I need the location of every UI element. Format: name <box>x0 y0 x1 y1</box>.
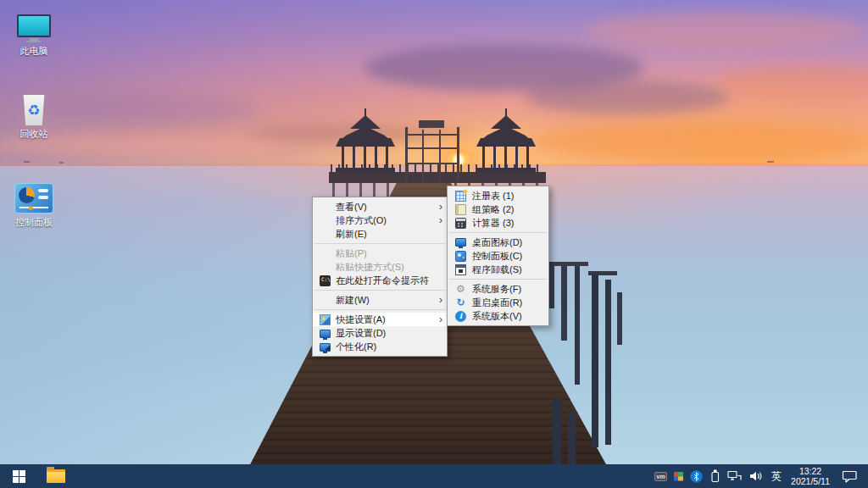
file-explorer-icon <box>47 469 65 483</box>
submenu-arrow-icon: › <box>435 313 447 325</box>
group-policy-icon <box>455 204 466 215</box>
menu-separator <box>314 243 445 244</box>
program-uninstall-icon <box>455 264 466 275</box>
control-panel-icon <box>6 178 62 214</box>
cloud <box>526 80 729 114</box>
vmware-tray-button[interactable]: vm <box>651 464 670 488</box>
desktop-icon-recycle-bin[interactable]: ♻ 回收站 <box>6 90 62 141</box>
quick-settings-icon <box>320 314 331 325</box>
menu-separator <box>449 279 547 280</box>
submenu-item-program-uninstall[interactable]: 程序卸载(S) <box>448 263 548 276</box>
start-button[interactable] <box>0 464 37 488</box>
personalization-icon <box>320 343 331 352</box>
network-tray-button[interactable] <box>724 464 746 488</box>
calculator-icon <box>455 218 466 229</box>
color-grid-tray-button[interactable] <box>670 464 687 488</box>
clock-date: 2021/5/11 <box>791 476 830 487</box>
no-icon <box>320 229 331 240</box>
screen: 此电脑 ♻ 回收站 控制面板 查看(V) › 排序方式(O) › 刷新(E) <box>0 0 868 488</box>
distant-boat <box>59 162 64 164</box>
distant-boat <box>24 161 30 163</box>
cloud <box>585 12 865 47</box>
submenu-item-registry[interactable]: 注册表 (1) <box>448 189 548 202</box>
cmd-icon <box>320 275 331 286</box>
menu-item-new[interactable]: 新建(W) › <box>313 293 447 307</box>
menu-item-paste-shortcut[interactable]: 粘贴快捷方式(S) <box>313 260 447 274</box>
desktop-icon-label: 控制面板 <box>6 216 62 229</box>
pagoda-left <box>334 108 397 178</box>
submenu-arrow-icon: › <box>435 201 447 213</box>
bluetooth-icon <box>690 470 703 483</box>
no-icon <box>320 262 331 273</box>
submenu-item-system-services[interactable]: 系统服务(F) <box>448 282 548 296</box>
volume-icon <box>749 470 764 482</box>
menu-item-refresh[interactable]: 刷新(E) <box>313 227 447 241</box>
submenu-item-desktop-icons[interactable]: 桌面图标(D) <box>448 236 548 249</box>
menu-item-sort-by[interactable]: 排序方式(O) › <box>313 214 447 227</box>
recycle-bin-icon: ♻ <box>6 90 62 125</box>
vmware-icon: vm <box>654 472 667 481</box>
registry-icon <box>455 191 466 202</box>
system-services-icon <box>455 284 466 295</box>
submenu-item-restart-desktop[interactable]: 重启桌面(R) <box>448 296 548 309</box>
taskbar-clock[interactable]: 13:22 2021/5/11 <box>786 466 835 487</box>
submenu-arrow-icon: › <box>435 294 447 306</box>
submenu-item-calculator[interactable]: 计算器 (3) <box>448 216 548 230</box>
ethernet-icon <box>727 470 743 482</box>
desktop-context-menu: 查看(V) › 排序方式(O) › 刷新(E) 粘贴(P) 粘贴快捷方式(S) … <box>312 197 448 357</box>
distant-boat <box>767 161 774 163</box>
bluetooth-tray-button[interactable] <box>687 464 706 488</box>
submenu-item-control-panel[interactable]: 控制面板(C) <box>448 249 548 263</box>
quick-settings-submenu: 注册表 (1) 组策略 (2) 计算器 (3) 桌面图标(D) 控制面板(C) … <box>447 186 549 326</box>
start-icon <box>13 470 25 483</box>
usb-device-icon <box>709 469 721 483</box>
submenu-item-group-policy[interactable]: 组策略 (2) <box>448 202 548 216</box>
file-explorer-button[interactable] <box>37 464 75 488</box>
restart-desktop-icon <box>455 297 466 308</box>
system-version-icon <box>455 311 466 322</box>
this-pc-icon <box>6 7 62 42</box>
no-icon <box>320 295 331 306</box>
color-grid-icon <box>674 472 683 481</box>
action-center-icon <box>842 470 858 483</box>
action-center-button[interactable] <box>835 464 868 488</box>
no-icon <box>320 248 331 259</box>
menu-separator <box>314 290 445 291</box>
submenu-arrow-icon: › <box>435 214 447 226</box>
taskbar: vm <box>0 464 868 488</box>
no-icon <box>320 202 331 213</box>
submenu-item-system-version[interactable]: 系统版本(V) <box>448 309 548 323</box>
pier-frame-structure <box>405 127 459 181</box>
menu-item-personalize[interactable]: 个性化(R) <box>313 340 447 353</box>
menu-item-quick-settings[interactable]: 快捷设置(A) › <box>313 313 447 326</box>
desktop-icon-control-panel[interactable]: 控制面板 <box>6 178 62 229</box>
menu-separator <box>449 232 547 233</box>
control-panel-small-icon <box>455 251 466 262</box>
menu-item-open-cmd-here[interactable]: 在此处打开命令提示符 <box>313 274 447 287</box>
ime-language-indicator[interactable]: 英 <box>767 464 786 488</box>
no-icon <box>320 215 331 226</box>
menu-item-view[interactable]: 查看(V) › <box>313 200 447 214</box>
display-settings-icon <box>320 330 331 338</box>
menu-item-display-settings[interactable]: 显示设置(D) <box>313 326 447 340</box>
desktop-icons-icon <box>455 238 466 247</box>
usb-tray-button[interactable] <box>706 464 724 488</box>
volume-tray-button[interactable] <box>746 464 767 488</box>
menu-separator <box>314 309 445 310</box>
pagoda-right <box>475 108 537 178</box>
clock-time: 13:22 <box>791 466 830 477</box>
cloud <box>534 124 868 161</box>
desktop-icon-label: 此电脑 <box>6 45 62 58</box>
menu-item-paste[interactable]: 粘贴(P) <box>313 247 447 260</box>
system-tray: vm <box>651 464 868 488</box>
desktop-icon-label: 回收站 <box>6 128 62 141</box>
desktop-icon-this-pc[interactable]: 此电脑 <box>6 7 62 58</box>
cloud <box>47 95 259 124</box>
